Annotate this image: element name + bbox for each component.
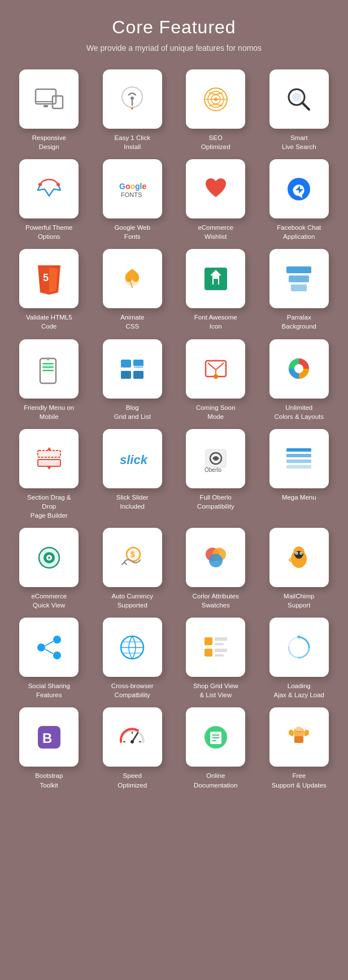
feature-item-free-support: Free Support & Updates — [262, 707, 337, 789]
svg-rect-83 — [215, 654, 224, 657]
svg-rect-44 — [38, 460, 60, 466]
feature-item-easy-install: Easy 1 Click Install — [95, 69, 171, 151]
svg-point-69 — [53, 636, 61, 644]
feature-item-facebook-chat: Facebook Chat Application — [262, 159, 337, 241]
icon-box-mega-menu — [269, 429, 329, 488]
svg-point-16 — [56, 183, 60, 186]
feature-label-powerful-theme-options: Powerful Theme Options — [25, 223, 73, 241]
svg-text:Oberlo: Oberlo — [205, 467, 221, 473]
page-title: Core Featured — [11, 17, 337, 38]
feature-item-speed-optimized: Speed Optimized — [95, 707, 171, 789]
feature-label-blog-grid-list: Blog Grid and List — [114, 403, 151, 421]
feature-item-friendly-menu: Friendly Menu on Mobile — [11, 339, 87, 421]
feature-label-font-awesome: Font Awesome Icon — [194, 313, 237, 331]
feature-item-unlimited-colors: Unlimited Colors & Layouts — [262, 339, 337, 421]
svg-rect-32 — [42, 370, 54, 371]
svg-rect-43 — [38, 450, 60, 457]
feature-item-section-drag-drop: Section Drag & Drop Page Builder — [11, 429, 87, 520]
feature-label-smart-live-search: Smart Live Search — [282, 133, 316, 151]
icon-box-speed-optimized — [103, 707, 162, 767]
svg-text:$: $ — [130, 550, 135, 559]
svg-rect-51 — [286, 460, 311, 463]
icon-box-easy-install — [103, 69, 162, 129]
svg-text:Google: Google — [119, 182, 146, 191]
feature-item-oberlo: Oberlo Full Oberlo Compatibility — [178, 429, 254, 520]
feature-item-seo-optimized: SEO Optimized — [178, 69, 254, 151]
feature-label-mailchimp: MailChimp Support — [284, 592, 314, 610]
icon-box-shop-grid — [186, 618, 245, 677]
icon-box-ecommerce-wishlist — [186, 159, 245, 218]
svg-line-73 — [45, 649, 53, 654]
icon-box-responsive-design — [19, 69, 79, 129]
icon-box-animate-css — [103, 249, 162, 308]
svg-rect-1 — [53, 96, 63, 108]
icon-box-coming-soon — [186, 339, 245, 399]
page-subtitle: We provide a myriad of unique features f… — [11, 43, 337, 53]
feature-item-social-sharing: Social Sharing Features — [11, 618, 87, 699]
svg-point-71 — [53, 651, 61, 659]
feature-label-friendly-menu: Friendly Menu on Mobile — [24, 403, 74, 421]
feature-item-powerful-theme-options: Powerful Theme Options — [11, 159, 87, 241]
feature-item-coming-soon: Coming Soon Mode — [178, 339, 254, 421]
svg-text:B: B — [42, 730, 52, 746]
feature-item-mailchimp: MailChimp Support — [262, 528, 337, 610]
icon-box-facebook-chat — [269, 159, 329, 218]
svg-rect-49 — [286, 448, 311, 452]
svg-point-87 — [130, 740, 134, 743]
icon-box-friendly-menu — [19, 339, 79, 399]
feature-item-mega-menu: Mega Menu — [262, 429, 337, 520]
feature-label-section-drag-drop: Section Drag & Drop Page Builder — [19, 493, 79, 520]
feature-label-mega-menu: Mega Menu — [282, 493, 316, 502]
icon-box-parallax-background — [269, 249, 329, 308]
feature-item-parallax-background: Parralax Background — [262, 249, 337, 331]
svg-point-61 — [209, 554, 223, 567]
svg-rect-97 — [294, 736, 303, 743]
icon-box-section-drag-drop — [19, 429, 79, 488]
svg-rect-37 — [133, 371, 143, 379]
feature-item-validate-html5: 5 Validate HTML5 Code — [11, 249, 87, 331]
feature-label-coming-soon: Coming Soon Mode — [196, 403, 236, 421]
svg-point-42 — [294, 364, 303, 373]
icon-box-unlimited-colors — [269, 339, 329, 399]
svg-rect-28 — [291, 285, 307, 291]
feature-label-online-documentation: Online Documentation — [194, 771, 237, 789]
icon-box-smart-live-search — [269, 69, 329, 129]
svg-point-70 — [37, 644, 45, 651]
icon-box-slick-slider: slick — [103, 429, 162, 488]
feature-item-responsive-design: Responsive Design — [11, 69, 87, 151]
icon-box-online-documentation — [186, 707, 245, 767]
svg-rect-52 — [286, 465, 311, 469]
feature-label-free-support: Free Support & Updates — [272, 771, 327, 789]
feature-label-responsive-design: Responsive Design — [32, 133, 66, 151]
feature-item-ecommerce-quickview: eCommerce Quick View — [11, 528, 87, 610]
page-header: Core Featured We provide a myriad of uni… — [11, 17, 337, 53]
feature-item-auto-currency: $ Auto Currency Supported — [95, 528, 171, 610]
icon-box-mailchimp — [269, 528, 329, 587]
feature-label-slick-slider: Slick Slider Included — [116, 493, 149, 511]
feature-item-online-documentation: Online Documentation — [178, 707, 254, 789]
svg-rect-26 — [286, 266, 311, 273]
icon-box-validate-html5: 5 — [19, 249, 79, 308]
icon-box-bootstrap: B — [19, 707, 79, 767]
icon-box-social-sharing — [19, 618, 79, 677]
feature-label-auto-currency: Auto Currency Supported — [111, 592, 153, 610]
icon-box-powerful-theme-options — [19, 159, 79, 218]
svg-point-64 — [294, 551, 303, 558]
features-grid: Responsive Design Easy 1 Click Install S… — [11, 69, 337, 790]
icon-box-blog-grid-list — [103, 339, 162, 399]
feature-label-shop-grid: Shop Grid View & List View — [193, 681, 238, 699]
icon-box-seo-optimized — [186, 69, 245, 129]
svg-point-56 — [48, 557, 50, 559]
feature-label-oberlo: Full Oberlo Compatibility — [197, 493, 234, 511]
feature-item-slick-slider: slick Slick Slider Included — [95, 429, 171, 520]
svg-rect-31 — [42, 366, 54, 368]
feature-label-validate-html5: Validate HTML5 Code — [26, 313, 72, 331]
svg-line-72 — [45, 641, 53, 646]
feature-label-seo-optimized: SEO Optimized — [201, 133, 230, 151]
svg-line-13 — [302, 103, 309, 110]
svg-point-68 — [301, 553, 302, 554]
feature-item-loading-ajax: Loading Ajax & Lazy Load — [262, 618, 337, 699]
svg-rect-81 — [205, 649, 212, 657]
feature-label-ecommerce-quickview: eCommerce Quick View — [31, 592, 67, 610]
icon-box-google-web-fonts: Google FONTS — [103, 159, 162, 218]
